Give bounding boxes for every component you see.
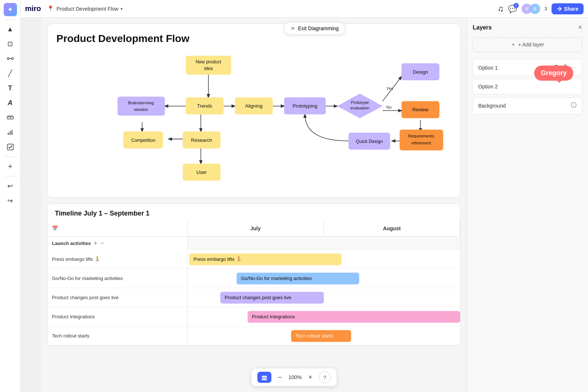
svg-point-1 (11, 58, 13, 60)
svg-text:evaluation: evaluation (350, 106, 370, 110)
canvas-area[interactable]: ✕ Exit Diagramming Product Development F… (41, 18, 466, 392)
help-button[interactable]: ? (319, 371, 330, 383)
add-layer-plus-icon: ＋ (511, 41, 516, 48)
user-count: 3 (545, 6, 547, 11)
layer-option2[interactable]: Option 2 (473, 79, 582, 94)
main-area: ✕ Exit Diagramming Product Development F… (41, 18, 588, 392)
layer-option2-name: Option 2 (478, 84, 498, 90)
user-tooltip: Gregory (534, 66, 573, 81)
row-label-press: Press embargo lifts 🏃 (48, 250, 187, 269)
ai-icon[interactable]: ✦ (4, 3, 17, 16)
flowchart: Yes No (56, 52, 451, 188)
layers-toggle-button[interactable] (258, 372, 272, 383)
add-layer-label: + Add layer (518, 42, 544, 48)
text-icon[interactable]: T (4, 81, 17, 95)
select-icon[interactable]: ▲ (4, 22, 17, 36)
header-right: ♫ 💬 1 V G 3 Share (497, 3, 584, 14)
svg-point-0 (7, 58, 9, 60)
exit-label: Exit Diagramming (298, 25, 339, 31)
toolbar-divider-2 (4, 157, 16, 157)
svg-text:Trends: Trends (197, 103, 212, 109)
left-toolbar: ✦ ▲ ⊡ ╱ T A + ↩ ↪ (0, 0, 21, 392)
chart-icon[interactable] (4, 126, 17, 139)
august-header: August (324, 220, 460, 236)
more-group-icon[interactable]: ··· (100, 240, 105, 246)
zoom-in-button[interactable]: + (306, 373, 315, 382)
svg-rect-29 (118, 97, 165, 115)
svg-text:Design: Design (413, 69, 428, 75)
layer-background-name: Background (478, 103, 506, 109)
toolbar-divider-3 (4, 176, 16, 176)
bar-product-changes[interactable]: Product changes post goes live (220, 292, 324, 304)
zoom-level: 100% (288, 374, 302, 380)
header-title-area: 📍 Product Development Flow ▾ (47, 5, 494, 12)
flow-title: Product Development Flow (56, 33, 451, 45)
music-icon[interactable]: ♫ (497, 4, 504, 14)
svg-rect-26 (186, 56, 231, 74)
share-button[interactable]: Share (552, 3, 584, 14)
row-label-product-changes: Product changes post goes live (48, 288, 187, 307)
line-icon[interactable]: ╱ (4, 67, 17, 80)
svg-rect-53 (400, 130, 443, 151)
layer-option1-name: Option 1 (478, 65, 498, 71)
bottom-controls: − 100% + ? (252, 368, 337, 386)
group-bar-row (188, 237, 460, 250)
svg-text:idea: idea (204, 66, 213, 71)
month-header: July August (188, 220, 460, 237)
connection-icon[interactable] (4, 52, 17, 65)
board-title[interactable]: Product Development Flow (56, 6, 118, 12)
zoom-out-button[interactable]: − (276, 373, 284, 382)
svg-text:Brainstorming: Brainstorming (128, 101, 154, 105)
bar-tech[interactable]: Tech rollout starts (291, 330, 351, 342)
svg-text:Quick Design: Quick Design (356, 139, 383, 144)
flow-diagram-card: Product Development Flow (47, 24, 461, 197)
header: miro 📍 Product Development Flow ▾ ♫ 💬 1 … (21, 0, 588, 18)
layers-header: Layers × (467, 18, 588, 34)
bar-row-press: Press embargo lifts 🏃 (188, 250, 460, 269)
board-pin-icon: 📍 (47, 5, 54, 12)
layer-info-icon[interactable]: i (571, 102, 577, 109)
svg-text:Research: Research (191, 137, 212, 143)
layers-title: Layers (473, 24, 492, 31)
svg-text:session: session (134, 107, 148, 112)
svg-text:Review: Review (412, 107, 428, 112)
chat-icon[interactable]: 💬 1 (508, 4, 517, 13)
font-icon[interactable]: A (4, 96, 17, 109)
timeline-card: Timeline July 1 – September 1 📅 Launch a… (47, 203, 461, 346)
check-icon[interactable] (4, 140, 17, 154)
miro-logo: miro (25, 4, 41, 13)
svg-text:Prototype: Prototype (351, 100, 369, 105)
timeline-grid: 📅 Launch activities + ··· Press embargo … (48, 220, 460, 346)
row-label-integrations: Product Integrations (48, 307, 187, 326)
svg-text:Yes: Yes (386, 86, 393, 91)
svg-text:Requirements: Requirements (408, 134, 434, 138)
july-header: July (188, 220, 324, 236)
row-label-gono: Go/No-Go for marketing activities (48, 269, 187, 288)
ruler-icon[interactable] (4, 111, 17, 124)
layers-close-button[interactable]: × (578, 24, 582, 31)
svg-text:i: i (573, 103, 574, 107)
bar-gono[interactable]: Go/No-Go for marketing activities (237, 273, 359, 284)
layer-background[interactable]: Background i (473, 97, 582, 114)
svg-rect-9 (11, 130, 13, 135)
timeline-title: Timeline July 1 – September 1 (48, 204, 460, 220)
add-content-icon[interactable]: + (4, 160, 17, 173)
avatar-group: V G (522, 4, 540, 14)
undo-icon[interactable]: ↩ (4, 179, 17, 193)
svg-rect-62 (262, 378, 267, 379)
bar-row-product-changes: Product changes post goes live (188, 288, 460, 307)
bar-press[interactable]: Press embargo lifts 🏃 (189, 253, 342, 265)
timeline-labels: 📅 Launch activities + ··· Press embargo … (48, 220, 188, 346)
add-layer-button[interactable]: ＋ + Add layer (473, 37, 582, 52)
layer-background-icons: i (571, 102, 577, 109)
row-label-tech: Tech rollout starts (48, 326, 187, 346)
calendar-icon: 📅 (52, 225, 58, 231)
svg-text:No: No (386, 105, 392, 109)
redo-icon[interactable]: ↪ (4, 194, 17, 207)
frame-icon[interactable]: ⊡ (4, 37, 17, 50)
add-group-icon[interactable]: + (94, 240, 97, 246)
toolbar-divider-1 (4, 19, 16, 20)
exit-diagramming-button[interactable]: ✕ Exit Diagramming (284, 22, 346, 35)
title-chevron-icon[interactable]: ▾ (120, 6, 123, 11)
bar-integrations[interactable]: Product Integrations (248, 311, 460, 323)
